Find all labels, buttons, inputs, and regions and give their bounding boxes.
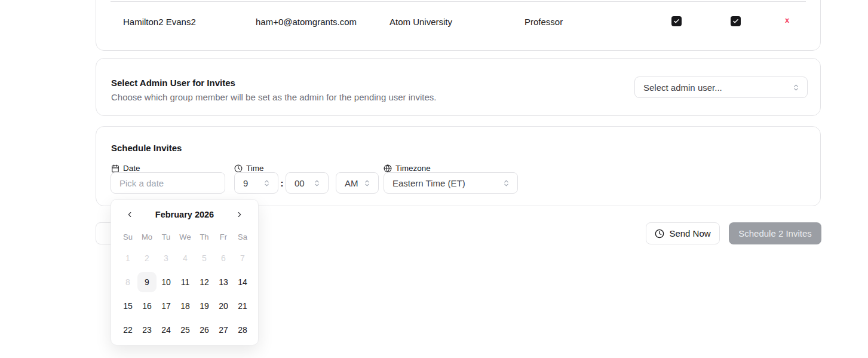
hour-select[interactable]: 9 [234, 172, 278, 194]
date-field-label: Date [111, 164, 140, 173]
check-icon [673, 18, 680, 25]
calendar-weekday-label: Sa [233, 232, 252, 241]
row-checkbox-1[interactable] [671, 16, 682, 26]
calendar-day[interactable]: 24 [157, 318, 176, 342]
admin-select-value: Select admin user... [643, 82, 792, 93]
member-table-card: Hamilton2 Evans2 ham+0@atomgrants.com At… [96, 0, 821, 51]
calendar-day[interactable]: 18 [176, 294, 195, 318]
schedule-invites-button[interactable]: Schedule 2 Invites [729, 222, 821, 244]
calendar-weekday-label: Su [118, 232, 137, 241]
meridiem-value: AM [345, 178, 363, 188]
date-input[interactable] [111, 172, 225, 194]
check-icon [732, 18, 739, 25]
calendar-weekday-label: We [176, 232, 195, 241]
timezone-select[interactable]: Eastern Time (ET) [384, 172, 518, 194]
clock-icon [655, 229, 664, 238]
chevron-right-icon [235, 210, 244, 219]
calendar-day: 3 [157, 246, 176, 270]
calendar-day[interactable]: 22 [118, 318, 137, 342]
calendar-day[interactable]: 12 [195, 270, 214, 294]
time-separator: : [278, 178, 286, 188]
calendar-day[interactable]: 28 [233, 318, 252, 342]
calendar-day[interactable]: 21 [233, 294, 252, 318]
calendar-icon [111, 164, 119, 173]
table-row-divider [111, 1, 806, 2]
calendar-day[interactable]: 10 [157, 270, 176, 294]
calendar-day[interactable]: 17 [157, 294, 176, 318]
chevrons-up-down-icon [363, 179, 371, 187]
schedule-invites-card: Schedule Invites Date Time 9 : 00 AM Tim… [96, 126, 821, 206]
member-org-cell: Atom University [389, 17, 452, 27]
schedule-card-title: Schedule Invites [111, 143, 182, 153]
calendar-weekday-label: Fr [214, 232, 233, 241]
calendar-weekday-label: Mo [137, 232, 157, 241]
calendar-day: 6 [214, 246, 233, 270]
remove-member-icon[interactable]: x [785, 16, 789, 25]
calendar-day[interactable]: 19 [195, 294, 214, 318]
calendar-day[interactable]: 14 [233, 270, 252, 294]
timezone-field-label: Timezone [384, 164, 431, 173]
admin-card-description: Choose which group member will be set as… [111, 92, 436, 102]
calendar-day[interactable]: 13 [214, 270, 233, 294]
chevrons-up-down-icon [263, 179, 271, 187]
calendar-day: 8 [118, 270, 137, 294]
meridiem-select[interactable]: AM [336, 172, 379, 194]
calendar-day: 7 [233, 246, 252, 270]
previous-month-button[interactable] [124, 209, 135, 220]
calendar-weekday-label: Tu [157, 232, 176, 241]
hour-value: 9 [243, 178, 263, 188]
member-role-cell: Professor [525, 17, 563, 27]
next-month-button[interactable] [234, 209, 245, 220]
calendar-day: 4 [176, 246, 195, 270]
chevrons-up-down-icon [502, 179, 510, 187]
calendar-day[interactable]: 26 [195, 318, 214, 342]
calendar-day[interactable]: 25 [176, 318, 195, 342]
date-picker-popover: February 2026 SuMoTuWeThFrSa 12345678910… [111, 199, 259, 345]
calendar-weekday-row: SuMoTuWeThFrSa [118, 232, 252, 241]
calendar-day[interactable]: 16 [137, 294, 157, 318]
calendar-weekday-label: Th [195, 232, 214, 241]
select-admin-card: Select Admin User for Invites Choose whi… [96, 58, 821, 116]
admin-card-title: Select Admin User for Invites [111, 78, 436, 88]
calendar-day: 5 [195, 246, 214, 270]
chevrons-up-down-icon [313, 179, 321, 187]
member-email-cell: ham+0@atomgrants.com [256, 17, 357, 27]
calendar-day[interactable]: 11 [176, 270, 195, 294]
calendar-day[interactable]: 20 [214, 294, 233, 318]
minute-select[interactable]: 00 [286, 172, 329, 194]
send-now-button[interactable]: Send Now [646, 222, 720, 244]
minute-value: 00 [295, 178, 313, 188]
row-checkbox-2[interactable] [731, 16, 741, 26]
calendar-day[interactable]: 9 [137, 270, 157, 294]
calendar-day: 1 [118, 246, 137, 270]
admin-user-select[interactable]: Select admin user... [634, 77, 808, 98]
calendar-day[interactable]: 23 [137, 318, 157, 342]
clock-icon [234, 164, 243, 173]
timezone-value: Eastern Time (ET) [392, 178, 502, 188]
chevrons-up-down-icon [792, 84, 800, 91]
calendar-day[interactable]: 15 [118, 294, 137, 318]
member-name-cell: Hamilton2 Evans2 [123, 17, 196, 27]
calendar-day: 2 [137, 246, 157, 270]
calendar-day[interactable]: 27 [214, 318, 233, 342]
globe-icon [384, 164, 392, 173]
time-field-label: Time [234, 164, 264, 173]
chevron-left-icon [125, 210, 134, 219]
calendar-day-grid: 1234567891011121314151617181920212223242… [118, 246, 252, 342]
